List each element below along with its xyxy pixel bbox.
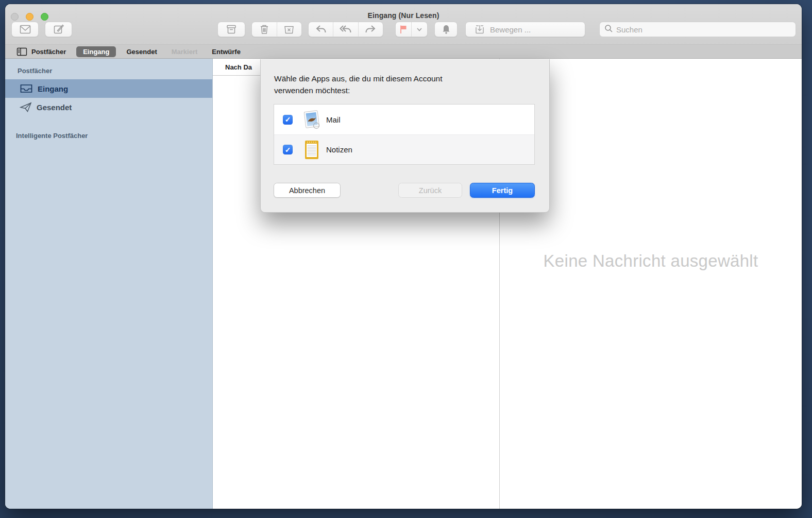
sidebar-toggle-icon[interactable] [16, 47, 27, 56]
compose-button[interactable] [45, 22, 72, 37]
dialog-prompt: Wähle die Apps aus, die du mit diesem Ac… [274, 73, 501, 96]
forward-button[interactable] [358, 22, 383, 37]
mail-checkbox[interactable] [283, 115, 293, 125]
favorites-tab-entwuerfe[interactable]: Entwürfe [212, 48, 241, 56]
archive-icon [226, 24, 237, 35]
paper-plane-icon [20, 101, 32, 113]
sidebar-item-label: Eingang [38, 84, 68, 93]
app-name-mail: Mail [326, 115, 341, 124]
flag-button[interactable] [396, 22, 411, 37]
favorites-bar: Postfächer Eingang Gesendet Markiert Ent… [5, 44, 802, 59]
notes-app-icon [301, 139, 322, 161]
sort-header-label: Nach Da [225, 63, 252, 71]
delete-junk-group [251, 22, 302, 37]
favorites-tab-gesendet[interactable]: Gesendet [126, 48, 157, 56]
forward-icon [364, 24, 377, 34]
title-bar: Eingang (Nur Lesen) [5, 4, 802, 44]
mail-app-icon [301, 109, 322, 130]
move-to-folder-icon [474, 24, 485, 35]
envelope-icon [19, 24, 31, 34]
flag-menu-button[interactable] [411, 22, 427, 37]
trash-button[interactable] [252, 22, 277, 37]
dialog-prompt-line1: Wähle die Apps aus, die du mit diesem Ac… [274, 74, 443, 83]
reply-all-button[interactable] [333, 22, 358, 37]
app-row-notizen[interactable]: Notizen [274, 134, 534, 164]
favorites-tab-markiert[interactable]: Markiert [172, 48, 198, 56]
app-list: Mail Notizen [274, 104, 535, 165]
reply-all-icon [339, 24, 352, 34]
get-mail-button[interactable] [11, 22, 39, 37]
favorites-mailboxes-button[interactable]: Postfächer [31, 48, 66, 56]
notizen-checkbox[interactable] [283, 145, 293, 154]
sidebar-section-smart: Intelligente Postfächer [5, 132, 212, 140]
done-button[interactable]: Fertig [470, 183, 535, 198]
sidebar-section-mailboxes: Postfächer [5, 67, 212, 75]
window-title: Eingang (Nur Lesen) [5, 11, 802, 20]
app-name-notizen: Notizen [326, 145, 352, 154]
mail-app-window: Eingang (Nur Lesen) [5, 4, 802, 509]
account-apps-dialog: Wähle die Apps aus, die du mit diesem Ac… [260, 59, 550, 213]
trash-icon [259, 24, 269, 35]
mailbox-sidebar: Postfächer Eingang Gesendet Intelligente… [5, 59, 213, 509]
reply-group [308, 22, 383, 37]
archive-button[interactable] [217, 22, 245, 37]
search-icon [604, 24, 613, 35]
flag-group [395, 22, 428, 37]
junk-icon [283, 24, 295, 35]
move-button[interactable]: Bewegen ... [465, 22, 585, 37]
reply-icon [315, 24, 327, 34]
back-button[interactable]: Zurück [398, 183, 462, 198]
cancel-button[interactable]: Abbrechen [274, 183, 341, 198]
app-row-mail[interactable]: Mail [274, 105, 534, 134]
bell-icon [441, 24, 451, 35]
no-message-placeholder: Keine Nachricht ausgewählt [500, 251, 802, 271]
reply-button[interactable] [309, 22, 333, 37]
sidebar-item-label: Gesendet [37, 103, 72, 112]
compose-icon [53, 24, 64, 35]
favorites-tab-eingang[interactable]: Eingang [76, 46, 116, 57]
search-input[interactable] [616, 25, 786, 34]
inbox-icon [20, 83, 33, 94]
sidebar-item-gesendet[interactable]: Gesendet [5, 98, 212, 116]
junk-button[interactable] [277, 22, 302, 37]
move-button-label: Bewegen ... [490, 25, 531, 34]
bell-icon [441, 24, 451, 35]
dialog-prompt-line2: verwenden möchtest: [274, 86, 350, 95]
flag-icon [399, 24, 408, 34]
mute-button[interactable] [434, 22, 458, 37]
dialog-buttons: Abbrechen Zurück Fertig [274, 183, 535, 198]
chevron-down-icon [416, 27, 422, 32]
sidebar-item-eingang[interactable]: Eingang [5, 79, 212, 98]
search-field[interactable] [599, 22, 796, 37]
